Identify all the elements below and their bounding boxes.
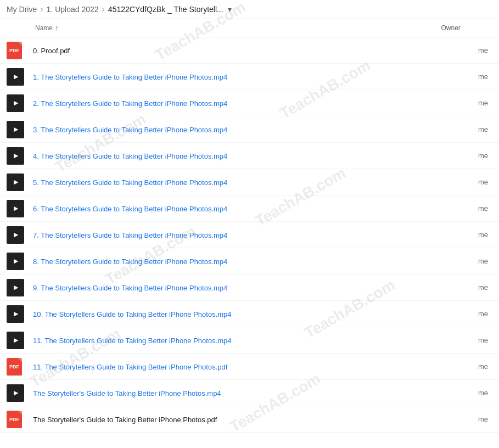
breadcrumb-sep-2: › (102, 4, 105, 14)
file-owner: me (434, 354, 499, 380)
pdf-icon: PDF (7, 411, 22, 428)
file-owner: me (434, 301, 499, 327)
table-row[interactable]: 3. The Storytellers Guide to Taking Bett… (0, 116, 499, 143)
video-icon (7, 200, 24, 217)
file-name-link[interactable]: 3. The Storytellers Guide to Taking Bett… (33, 126, 227, 134)
breadcrumb-current-folder: 45122CYdfQzBk _ The Storytell... (108, 5, 223, 14)
table-row[interactable]: 11. The Storytellers Guide to Taking Bet… (0, 327, 499, 354)
video-icon (7, 332, 24, 349)
table-row[interactable]: 7. The Storytellers Guide to Taking Bett… (0, 222, 499, 248)
sort-icon: ↑ (55, 24, 59, 32)
table-row[interactable]: 10. The Storytellers Guide to Taking Bet… (0, 301, 499, 327)
file-owner: me (434, 327, 499, 354)
file-name-link[interactable]: 2. The Storytellers Guide to Taking Bett… (33, 99, 227, 108)
video-icon (7, 173, 24, 191)
file-name-link[interactable]: 8. The Storytellers Guide to Taking Bett… (33, 257, 227, 266)
video-icon (7, 121, 24, 138)
file-owner: me (434, 37, 499, 64)
file-name-link[interactable]: 9. The Storytellers Guide to Taking Bett… (33, 284, 227, 292)
pdf-icon: PDF (7, 358, 22, 376)
file-owner: me (434, 222, 499, 248)
video-icon (7, 147, 24, 165)
file-owner: me (434, 169, 499, 195)
video-icon (7, 94, 24, 112)
table-row[interactable]: 4. The Storytellers Guide to Taking Bett… (0, 143, 499, 169)
th-owner: Owner (434, 19, 499, 37)
th-name-label: Name (35, 24, 53, 32)
breadcrumb-upload-2022[interactable]: 1. Upload 2022 (47, 5, 99, 14)
file-owner: me (434, 248, 499, 275)
th-name[interactable]: Name ↑ (29, 19, 434, 37)
table-row[interactable]: The Storyteller's Guide to Taking Better… (0, 380, 499, 406)
file-name-link[interactable]: 5. The Storytellers Guide to Taking Bett… (33, 178, 227, 187)
file-owner: me (434, 380, 499, 406)
table-row[interactable]: PDF0. Proof.pdfme (0, 37, 499, 64)
video-icon (7, 226, 24, 244)
pdf-icon: PDF (7, 42, 22, 59)
file-owner: me (434, 64, 499, 90)
file-table: Name ↑ Owner PDF0. Proof.pdfme1. The Sto… (0, 19, 499, 433)
th-icon (0, 19, 29, 37)
video-icon (7, 253, 24, 270)
file-name-link[interactable]: 11. The Storytellers Guide to Taking Bet… (33, 337, 232, 345)
file-name-text: 0. Proof.pdf (33, 47, 70, 55)
file-name-link[interactable]: 6. The Storytellers Guide to Taking Bett… (33, 205, 227, 213)
video-icon (7, 68, 24, 86)
table-row[interactable]: 5. The Storytellers Guide to Taking Bett… (0, 169, 499, 195)
table-row[interactable]: 1. The Storytellers Guide to Taking Bett… (0, 64, 499, 90)
file-owner: me (434, 143, 499, 169)
breadcrumb-my-drive[interactable]: My Drive (7, 5, 37, 14)
video-icon (7, 384, 24, 402)
file-owner: me (434, 406, 499, 433)
file-owner: me (434, 275, 499, 301)
breadcrumb-dropdown-icon[interactable]: ▾ (228, 5, 232, 14)
file-owner: me (434, 90, 499, 116)
table-row[interactable]: 8. The Storytellers Guide to Taking Bett… (0, 248, 499, 275)
table-row[interactable]: PDF11. The Storytellers Guide to Taking … (0, 354, 499, 380)
table-row[interactable]: 2. The Storytellers Guide to Taking Bett… (0, 90, 499, 116)
table-row[interactable]: 9. The Storytellers Guide to Taking Bett… (0, 275, 499, 301)
file-owner: me (434, 116, 499, 143)
file-owner: me (434, 195, 499, 222)
file-name-link[interactable]: The Storyteller's Guide to Taking Better… (33, 389, 221, 397)
video-icon (7, 279, 24, 296)
file-name-link[interactable]: 1. The Storytellers Guide to Taking Bett… (33, 73, 227, 81)
breadcrumb: My Drive › 1. Upload 2022 › 45122CYdfQzB… (0, 0, 499, 19)
file-name-link[interactable]: 11. The Storytellers Guide to Taking Bet… (33, 363, 227, 371)
file-name-text: The Storyteller's Guide to Taking Better… (33, 416, 217, 424)
table-row[interactable]: PDFThe Storyteller's Guide to Taking Bet… (0, 406, 499, 433)
table-row[interactable]: 6. The Storytellers Guide to Taking Bett… (0, 195, 499, 222)
file-name-link[interactable]: 4. The Storytellers Guide to Taking Bett… (33, 152, 227, 160)
file-name-link[interactable]: 10. The Storytellers Guide to Taking Bet… (33, 310, 232, 318)
file-name-link[interactable]: 7. The Storytellers Guide to Taking Bett… (33, 231, 227, 239)
video-icon (7, 305, 24, 323)
breadcrumb-sep-1: › (40, 4, 43, 14)
